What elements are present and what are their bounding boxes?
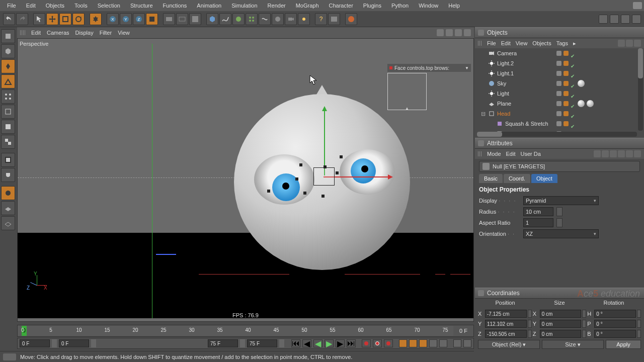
menu-objects[interactable]: Objects (41, 3, 69, 9)
visibility-dot-icon[interactable] (564, 61, 569, 66)
selection-handle[interactable] (336, 171, 339, 174)
search-icon[interactable] (618, 40, 625, 47)
layer-dot-icon[interactable] (556, 121, 561, 126)
menu-structure[interactable]: Structure (125, 3, 158, 9)
layout-icon[interactable] (621, 15, 630, 24)
objects-menu-edit[interactable]: Edit (501, 40, 511, 46)
objects-panel-header[interactable]: Objects (475, 27, 644, 38)
polygon-mode-button[interactable] (1, 120, 15, 134)
selection-handle[interactable] (299, 163, 302, 166)
attr-menu-mode[interactable]: Mode (487, 151, 501, 157)
move-tool-button[interactable] (46, 13, 58, 25)
v-scrollbar[interactable] (638, 48, 643, 131)
help-tool-button[interactable]: ? (315, 13, 327, 25)
material-tag-icon[interactable] (578, 80, 585, 87)
rotation-field[interactable]: 0 ° (594, 330, 636, 338)
selection-handle[interactable] (321, 195, 325, 198)
material-tag-icon[interactable] (587, 100, 594, 107)
size-field[interactable]: 0 cm (540, 320, 582, 328)
spinner-icon[interactable] (528, 320, 532, 328)
spline-button[interactable] (219, 13, 231, 25)
axis-mode-button[interactable] (1, 74, 15, 88)
layer-dot-icon[interactable] (556, 91, 561, 96)
expand-toggle-icon[interactable]: ⊟ (481, 111, 486, 117)
light-button[interactable] (298, 13, 310, 25)
nav-fwd-icon[interactable] (610, 150, 617, 157)
menu-functions[interactable]: Functions (158, 3, 192, 9)
z-axis-button[interactable]: Z (133, 13, 145, 25)
edge-mode-button[interactable] (1, 105, 15, 119)
material-tag-icon[interactable] (578, 100, 585, 107)
view-menu-filter[interactable]: Filter (100, 30, 112, 36)
layer-dot-icon[interactable] (556, 111, 561, 116)
enable-check-icon[interactable] (571, 61, 576, 66)
view-menu-cameras[interactable]: Cameras (47, 30, 69, 36)
layer-dot-icon[interactable] (556, 71, 561, 76)
size-field[interactable]: 0 cm (540, 330, 582, 338)
frame-end-field[interactable]: 75 F (208, 339, 238, 347)
texture-mode-button[interactable] (1, 135, 15, 149)
spinner-icon[interactable] (637, 310, 641, 318)
selection-handle[interactable] (324, 165, 327, 168)
grip-icon[interactable] (20, 30, 25, 35)
grip-icon[interactable] (478, 41, 482, 46)
camera-button[interactable] (285, 13, 297, 25)
nav-back-icon[interactable] (594, 150, 601, 157)
key-param-button[interactable] (429, 339, 437, 347)
enable-check-icon[interactable] (571, 81, 576, 86)
face-controls-title[interactable]: Face controls.top brows: ▼ (387, 64, 471, 72)
spinner-icon[interactable] (279, 339, 284, 347)
prev-frame-button[interactable]: ◀ (302, 339, 311, 347)
eye-icon[interactable] (634, 40, 641, 47)
new-window-icon[interactable] (634, 150, 641, 157)
spinner-icon[interactable] (556, 218, 562, 227)
attributes-panel-header[interactable]: Attributes (475, 138, 644, 149)
locked-workplane-button[interactable] (1, 186, 15, 200)
menu-mograph[interactable]: MoGraph (291, 3, 324, 9)
last-tool-button[interactable] (90, 13, 102, 25)
visibility-dot-icon[interactable] (564, 91, 569, 96)
tab-coord[interactable]: Coord. (504, 174, 530, 183)
selection-box[interactable] (313, 167, 335, 186)
visibility-dot-icon[interactable] (564, 121, 569, 126)
menu-window[interactable]: Window (414, 3, 443, 9)
y-axis-button[interactable]: Y (120, 13, 132, 25)
array-button[interactable] (246, 13, 258, 25)
view-rotate-icon[interactable] (455, 29, 462, 36)
aspect-field[interactable]: 1 (523, 218, 553, 227)
menu-file[interactable]: File (2, 3, 21, 9)
layer-dot-icon[interactable] (556, 81, 561, 86)
coord-size-dropdown[interactable]: Size ▾ (542, 340, 604, 349)
frame-max-field[interactable]: 75 F (247, 339, 277, 347)
size-field[interactable]: 0 cm (540, 310, 582, 318)
coord-system-button[interactable] (146, 13, 158, 25)
enable-check-icon[interactable] (571, 121, 576, 126)
h-scrollbar[interactable] (477, 132, 637, 137)
key-pos-button[interactable] (399, 339, 407, 347)
spinner-icon[interactable] (240, 339, 245, 347)
viewport-solo-button[interactable] (1, 153, 15, 167)
enable-check-icon[interactable] (571, 101, 576, 106)
menu-simulation[interactable]: Simulation (226, 3, 262, 9)
enable-check-icon[interactable] (571, 51, 576, 56)
menu-tools[interactable]: Tools (69, 3, 93, 9)
make-editable-button[interactable] (1, 29, 15, 43)
menu-character[interactable]: Character (324, 3, 358, 9)
x-axis-button[interactable]: X (107, 13, 119, 25)
rotation-field[interactable]: 0 ° (594, 320, 636, 328)
snap-button[interactable] (1, 168, 15, 182)
object-type-row[interactable]: Null [EYE TARGETS] (479, 161, 640, 172)
render-region-button[interactable] (176, 13, 188, 25)
grip-icon[interactable] (478, 151, 482, 156)
menu-selection[interactable]: Selection (93, 3, 125, 9)
chevron-down-icon[interactable]: ▼ (465, 66, 469, 70)
menu-plugins[interactable]: Plugins (358, 3, 386, 9)
visibility-dot-icon[interactable] (564, 51, 569, 56)
view-menu-edit[interactable]: Edit (31, 30, 41, 36)
position-field[interactable]: -150.505 cm (485, 330, 527, 338)
menu-animation[interactable]: Animation (192, 3, 226, 9)
tab-basic[interactable]: Basic (479, 174, 503, 183)
objects-menu-file[interactable]: File (487, 40, 496, 46)
spinner-icon[interactable] (637, 320, 641, 328)
spinner-icon[interactable] (528, 310, 532, 318)
